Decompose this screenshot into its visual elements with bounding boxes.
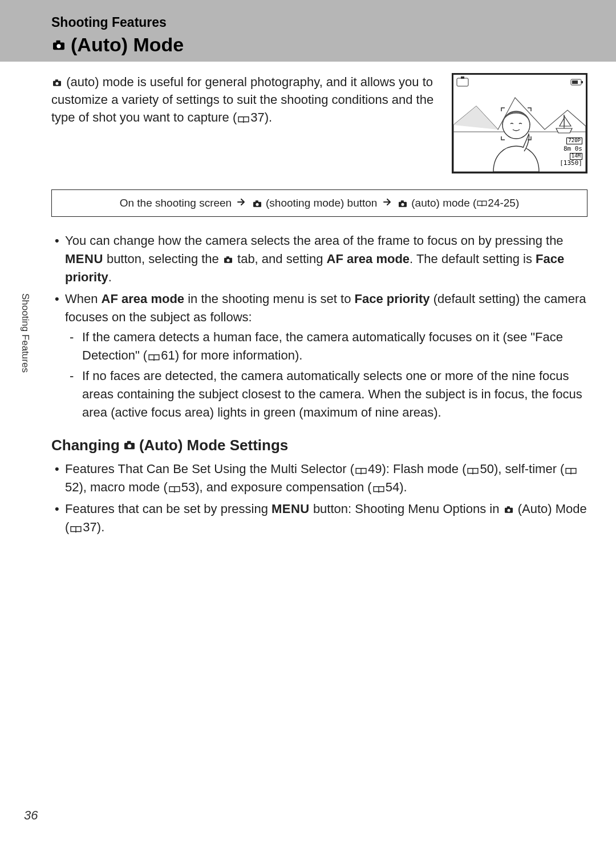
- camera-icon: [398, 200, 408, 208]
- page-ref: 49: [368, 462, 382, 476]
- list-text: Features that can be set by pressing: [65, 502, 271, 516]
- camera-icon: [123, 440, 136, 450]
- menu-button-label: MENU: [65, 252, 103, 266]
- list-text: tab, and setting: [234, 252, 327, 266]
- camera-icon: [52, 79, 62, 87]
- svg-rect-11: [572, 80, 578, 84]
- intro-line-end: ).: [265, 110, 272, 124]
- page-title: (Auto) Mode: [51, 34, 587, 56]
- list-item: You can change how the camera selects th…: [51, 232, 587, 286]
- list-text: button: Shooting Menu Options in: [310, 502, 503, 516]
- svg-rect-10: [581, 81, 583, 83]
- page-ref: 37: [83, 520, 96, 534]
- nav-text: On the shooting screen: [120, 197, 232, 209]
- list-text: You can change how the camera selects th…: [65, 233, 564, 248]
- page-ref: 61: [161, 348, 175, 362]
- list-text: ).: [97, 520, 104, 534]
- camera-icon: [51, 39, 66, 51]
- page-ref-icon: [355, 467, 367, 476]
- list-text: When: [65, 292, 102, 306]
- list-text: If no faces are detected, the camera aut…: [82, 369, 582, 419]
- list-item: If the camera detects a human face, the …: [68, 328, 587, 365]
- list-item: When AF area mode in the shooting menu i…: [51, 290, 587, 422]
- intro-text: (auto) mode is useful for general photog…: [51, 73, 437, 126]
- list-text: ): Flash mode (: [382, 462, 467, 476]
- arrow-right-icon: [237, 197, 246, 207]
- subheading: Changing (Auto) Mode Settings: [51, 437, 587, 454]
- sub-list: If the camera detects a human face, the …: [68, 328, 587, 421]
- subhead-text: Changing: [51, 437, 120, 454]
- list-item: If no faces are detected, the camera aut…: [68, 367, 587, 422]
- list-text: . The default setting is: [410, 252, 536, 266]
- list-text: ), and exposure compensation (: [195, 480, 371, 494]
- list-text: ), self-timer (: [494, 462, 564, 476]
- page-title-text: (Auto) Mode: [71, 34, 184, 56]
- manual-page: Shooting Features (Auto) Mode (auto) mod…: [0, 0, 616, 848]
- navigation-path-box: On the shooting screen (shooting mode) b…: [51, 189, 587, 217]
- list-item: Features that can be set by pressing MEN…: [51, 500, 587, 536]
- nav-text: ): [516, 197, 519, 209]
- list-text: Features That Can Be Set Using the Multi…: [65, 462, 354, 476]
- page-ref: 52: [65, 480, 79, 494]
- page-number: 36: [24, 808, 38, 823]
- lcd-preview-illustration: 720P 8m 0s 14M [1350]: [452, 73, 587, 173]
- page-ref-icon: [168, 485, 181, 494]
- page-ref-icon: [467, 467, 479, 476]
- page-ref: 54: [386, 480, 399, 494]
- page-ref-icon: [148, 353, 160, 362]
- settings-list: Features That Can Be Set Using the Multi…: [51, 460, 587, 536]
- list-item: Features That Can Be Set Using the Multi…: [51, 460, 587, 496]
- nav-text: (auto) mode (: [411, 197, 476, 209]
- intro-row: (auto) mode is useful for general photog…: [51, 73, 587, 173]
- page-content: (auto) mode is useful for general photog…: [0, 62, 616, 551]
- list-text: ).: [399, 480, 407, 494]
- list-text: .: [108, 270, 112, 284]
- list-text: button, selecting the: [103, 252, 222, 266]
- subhead-text: (Auto) Mode Settings: [139, 437, 288, 454]
- page-ref: 53: [181, 480, 195, 494]
- lcd-info-overlay: 720P 8m 0s 14M [1350]: [560, 137, 582, 167]
- bold-term: Face priority: [355, 292, 430, 306]
- recording-time: 8m 0s: [560, 146, 582, 153]
- shots-remaining: [1350]: [560, 160, 582, 167]
- menu-button-label: MENU: [271, 502, 310, 516]
- section-name: Shooting Features: [51, 15, 587, 30]
- page-ref: 50: [480, 462, 493, 476]
- page-ref: 24-25: [488, 197, 516, 209]
- section-side-tab: Shooting Features: [19, 293, 31, 373]
- camera-icon: [223, 256, 233, 264]
- page-ref: 37: [250, 110, 264, 124]
- list-text: in the shooting menu is set to: [184, 292, 354, 306]
- page-ref-icon: [237, 115, 250, 124]
- page-header: Shooting Features (Auto) Mode: [0, 0, 616, 62]
- page-ref-icon: [372, 485, 385, 494]
- nav-text: (shooting mode) button: [266, 197, 377, 209]
- page-ref-icon: [476, 200, 488, 208]
- page-ref-icon: [565, 467, 577, 476]
- camera-icon: [252, 200, 262, 208]
- bold-term: AF area mode: [327, 252, 410, 266]
- svg-rect-8: [461, 76, 464, 79]
- bold-term: AF area mode: [102, 292, 185, 306]
- video-res-badge: 720P: [566, 138, 582, 144]
- page-ref-icon: [70, 525, 82, 534]
- camera-icon: [504, 506, 514, 514]
- features-list: You can change how the camera selects th…: [51, 232, 587, 422]
- arrow-right-icon: [383, 197, 392, 207]
- list-text: ) for more information).: [175, 348, 303, 362]
- list-text: ), macro mode (: [79, 480, 167, 494]
